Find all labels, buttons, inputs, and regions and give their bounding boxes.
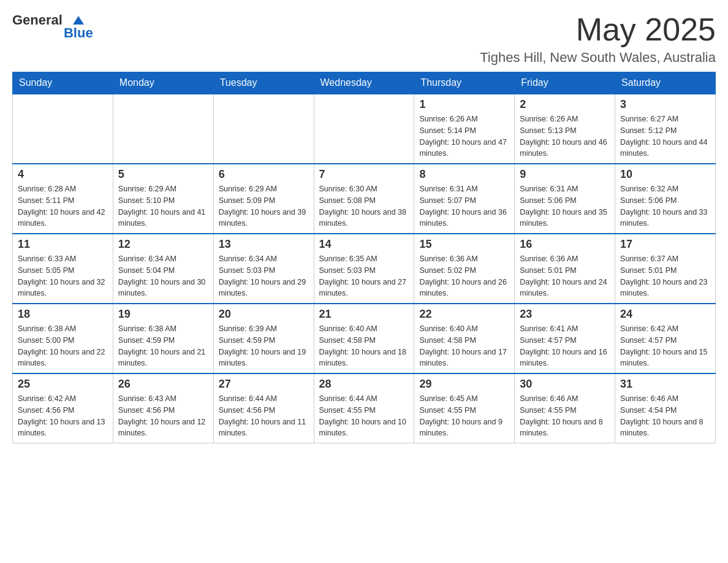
day-info: Sunrise: 6:38 AMSunset: 5:00 PMDaylight:… <box>18 323 108 369</box>
month-title: May 2025 <box>480 12 716 47</box>
calendar-cell: 6Sunrise: 6:29 AMSunset: 5:09 PMDaylight… <box>213 164 314 234</box>
day-number: 31 <box>620 378 710 391</box>
day-info: Sunrise: 6:31 AMSunset: 5:06 PMDaylight:… <box>520 183 610 229</box>
calendar-header-thursday: Thursday <box>414 72 515 94</box>
calendar-header-wednesday: Wednesday <box>314 72 414 94</box>
calendar-cell: 29Sunrise: 6:45 AMSunset: 4:55 PMDayligh… <box>414 373 515 443</box>
calendar-week-row: 11Sunrise: 6:33 AMSunset: 5:05 PMDayligh… <box>13 234 716 304</box>
day-info: Sunrise: 6:34 AMSunset: 5:03 PMDaylight:… <box>219 253 309 299</box>
day-info: Sunrise: 6:31 AMSunset: 5:07 PMDaylight:… <box>419 183 509 229</box>
day-info: Sunrise: 6:41 AMSunset: 4:57 PMDaylight:… <box>520 323 610 369</box>
day-number: 22 <box>419 308 509 321</box>
day-number: 14 <box>319 238 409 251</box>
day-number: 20 <box>219 308 309 321</box>
day-info: Sunrise: 6:40 AMSunset: 4:58 PMDaylight:… <box>319 323 409 369</box>
day-number: 3 <box>620 98 710 111</box>
calendar-cell: 18Sunrise: 6:38 AMSunset: 5:00 PMDayligh… <box>13 304 113 373</box>
day-number: 4 <box>18 168 108 181</box>
day-number: 9 <box>520 168 610 181</box>
day-number: 26 <box>118 378 208 391</box>
day-info: Sunrise: 6:37 AMSunset: 5:01 PMDaylight:… <box>620 253 710 299</box>
day-number: 11 <box>18 238 108 251</box>
calendar-cell: 21Sunrise: 6:40 AMSunset: 4:58 PMDayligh… <box>314 304 414 373</box>
calendar-cell: 10Sunrise: 6:32 AMSunset: 5:06 PMDayligh… <box>615 164 716 234</box>
day-info: Sunrise: 6:36 AMSunset: 5:01 PMDaylight:… <box>520 253 610 299</box>
day-info: Sunrise: 6:43 AMSunset: 4:56 PMDaylight:… <box>118 393 208 439</box>
calendar-cell: 25Sunrise: 6:42 AMSunset: 4:56 PMDayligh… <box>13 373 113 443</box>
calendar-cell: 1Sunrise: 6:26 AMSunset: 5:14 PMDaylight… <box>414 94 515 164</box>
calendar-cell: 4Sunrise: 6:28 AMSunset: 5:11 PMDaylight… <box>13 164 113 234</box>
day-info: Sunrise: 6:34 AMSunset: 5:04 PMDaylight:… <box>118 253 208 299</box>
day-info: Sunrise: 6:46 AMSunset: 4:54 PMDaylight:… <box>620 393 710 439</box>
calendar-cell: 5Sunrise: 6:29 AMSunset: 5:10 PMDaylight… <box>113 164 213 234</box>
day-info: Sunrise: 6:26 AMSunset: 5:13 PMDaylight:… <box>520 113 610 159</box>
day-info: Sunrise: 6:44 AMSunset: 4:56 PMDaylight:… <box>219 393 309 439</box>
logo-general-text: General <box>12 12 63 28</box>
day-number: 7 <box>319 168 409 181</box>
calendar-week-row: 18Sunrise: 6:38 AMSunset: 5:00 PMDayligh… <box>13 304 716 373</box>
calendar-cell: 15Sunrise: 6:36 AMSunset: 5:02 PMDayligh… <box>414 234 515 304</box>
calendar-cell: 2Sunrise: 6:26 AMSunset: 5:13 PMDaylight… <box>515 94 615 164</box>
page-header: General Blue May 2025 Tighes Hill, New S… <box>12 12 716 66</box>
calendar-header-monday: Monday <box>113 72 213 94</box>
day-info: Sunrise: 6:36 AMSunset: 5:02 PMDaylight:… <box>419 253 509 299</box>
day-number: 1 <box>419 98 509 111</box>
day-info: Sunrise: 6:29 AMSunset: 5:10 PMDaylight:… <box>118 183 208 229</box>
day-info: Sunrise: 6:26 AMSunset: 5:14 PMDaylight:… <box>419 113 509 159</box>
calendar-cell: 11Sunrise: 6:33 AMSunset: 5:05 PMDayligh… <box>13 234 113 304</box>
calendar-week-row: 25Sunrise: 6:42 AMSunset: 4:56 PMDayligh… <box>13 373 716 443</box>
calendar-cell: 9Sunrise: 6:31 AMSunset: 5:06 PMDaylight… <box>515 164 615 234</box>
calendar-header-sunday: Sunday <box>13 72 113 94</box>
calendar-cell: 17Sunrise: 6:37 AMSunset: 5:01 PMDayligh… <box>615 234 716 304</box>
day-number: 17 <box>620 238 710 251</box>
day-info: Sunrise: 6:27 AMSunset: 5:12 PMDaylight:… <box>620 113 710 159</box>
day-info: Sunrise: 6:39 AMSunset: 4:59 PMDaylight:… <box>219 323 309 369</box>
day-info: Sunrise: 6:45 AMSunset: 4:55 PMDaylight:… <box>419 393 509 439</box>
day-number: 6 <box>219 168 309 181</box>
day-number: 2 <box>520 98 610 111</box>
day-info: Sunrise: 6:29 AMSunset: 5:09 PMDaylight:… <box>219 183 309 229</box>
day-info: Sunrise: 6:30 AMSunset: 5:08 PMDaylight:… <box>319 183 409 229</box>
day-info: Sunrise: 6:46 AMSunset: 4:55 PMDaylight:… <box>520 393 610 439</box>
day-number: 15 <box>419 238 509 251</box>
logo-icon: General Blue <box>12 12 93 41</box>
calendar-cell: 12Sunrise: 6:34 AMSunset: 5:04 PMDayligh… <box>113 234 213 304</box>
calendar-cell: 26Sunrise: 6:43 AMSunset: 4:56 PMDayligh… <box>113 373 213 443</box>
day-info: Sunrise: 6:33 AMSunset: 5:05 PMDaylight:… <box>18 253 108 299</box>
calendar-header-row: SundayMondayTuesdayWednesdayThursdayFrid… <box>13 72 716 94</box>
logo: General Blue <box>12 12 93 41</box>
day-number: 13 <box>219 238 309 251</box>
calendar-header-tuesday: Tuesday <box>213 72 314 94</box>
day-info: Sunrise: 6:35 AMSunset: 5:03 PMDaylight:… <box>319 253 409 299</box>
calendar-cell: 3Sunrise: 6:27 AMSunset: 5:12 PMDaylight… <box>615 94 716 164</box>
logo-blue-text: Blue <box>64 25 93 41</box>
calendar-week-row: 1Sunrise: 6:26 AMSunset: 5:14 PMDaylight… <box>13 94 716 164</box>
calendar-cell: 27Sunrise: 6:44 AMSunset: 4:56 PMDayligh… <box>213 373 314 443</box>
day-number: 29 <box>419 378 509 391</box>
day-number: 16 <box>520 238 610 251</box>
calendar-cell: 8Sunrise: 6:31 AMSunset: 5:07 PMDaylight… <box>414 164 515 234</box>
day-number: 19 <box>118 308 208 321</box>
day-number: 24 <box>620 308 710 321</box>
day-number: 25 <box>18 378 108 391</box>
day-info: Sunrise: 6:32 AMSunset: 5:06 PMDaylight:… <box>620 183 710 229</box>
day-number: 10 <box>620 168 710 181</box>
calendar-cell: 19Sunrise: 6:38 AMSunset: 4:59 PMDayligh… <box>113 304 213 373</box>
day-number: 5 <box>118 168 208 181</box>
calendar-cell <box>113 94 213 164</box>
day-number: 30 <box>520 378 610 391</box>
day-info: Sunrise: 6:28 AMSunset: 5:11 PMDaylight:… <box>18 183 108 229</box>
calendar-cell: 14Sunrise: 6:35 AMSunset: 5:03 PMDayligh… <box>314 234 414 304</box>
day-info: Sunrise: 6:44 AMSunset: 4:55 PMDaylight:… <box>319 393 409 439</box>
day-info: Sunrise: 6:40 AMSunset: 4:58 PMDaylight:… <box>419 323 509 369</box>
calendar-cell: 13Sunrise: 6:34 AMSunset: 5:03 PMDayligh… <box>213 234 314 304</box>
calendar-week-row: 4Sunrise: 6:28 AMSunset: 5:11 PMDaylight… <box>13 164 716 234</box>
calendar-cell: 7Sunrise: 6:30 AMSunset: 5:08 PMDaylight… <box>314 164 414 234</box>
day-number: 28 <box>319 378 409 391</box>
calendar-cell <box>213 94 314 164</box>
calendar-header-friday: Friday <box>515 72 615 94</box>
calendar-cell <box>13 94 113 164</box>
calendar-cell: 28Sunrise: 6:44 AMSunset: 4:55 PMDayligh… <box>314 373 414 443</box>
calendar-cell: 31Sunrise: 6:46 AMSunset: 4:54 PMDayligh… <box>615 373 716 443</box>
day-number: 21 <box>319 308 409 321</box>
